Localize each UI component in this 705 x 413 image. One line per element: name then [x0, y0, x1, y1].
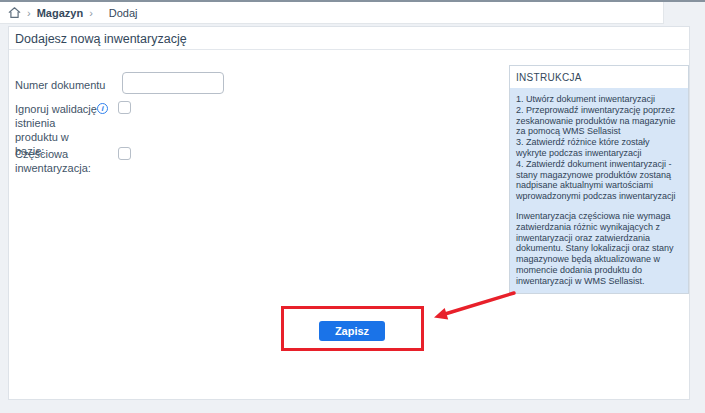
- breadcrumb-item-dodaj[interactable]: Dodaj: [109, 7, 138, 19]
- page-title: Dodajesz nową inwentaryzację: [9, 27, 689, 50]
- partial-inventory-label: Częściowa inwentaryzacja:: [15, 147, 101, 175]
- instruction-steps: 1. Utwórz dokument inwentaryzacji 2. Prz…: [516, 94, 682, 202]
- instruction-panel-body: 1. Utwórz dokument inwentaryzacji 2. Prz…: [510, 88, 688, 293]
- content-card: Dodajesz nową inwentaryzację Numer dokum…: [8, 26, 690, 400]
- document-number-input[interactable]: [122, 72, 224, 94]
- breadcrumb-item-magazyn[interactable]: Magazyn: [37, 7, 83, 19]
- partial-inventory-checkbox[interactable]: [118, 147, 131, 160]
- home-icon[interactable]: [8, 7, 21, 19]
- instruction-panel: INSTRUKCJA 1. Utwórz dokument inwentaryz…: [509, 65, 689, 294]
- breadcrumb: › Magazyn › Dodaj: [0, 2, 664, 24]
- document-number-label: Numer dokumentu: [15, 78, 106, 92]
- breadcrumb-separator: ›: [89, 7, 93, 19]
- instruction-note: Inwentaryzacja częściowa nie wymaga zatw…: [516, 211, 682, 287]
- save-button[interactable]: Zapisz: [319, 321, 385, 341]
- instruction-panel-header: INSTRUKCJA: [510, 66, 688, 88]
- info-icon[interactable]: i: [97, 103, 108, 114]
- breadcrumb-separator: ›: [27, 7, 31, 19]
- ignore-validation-checkbox[interactable]: [118, 101, 131, 114]
